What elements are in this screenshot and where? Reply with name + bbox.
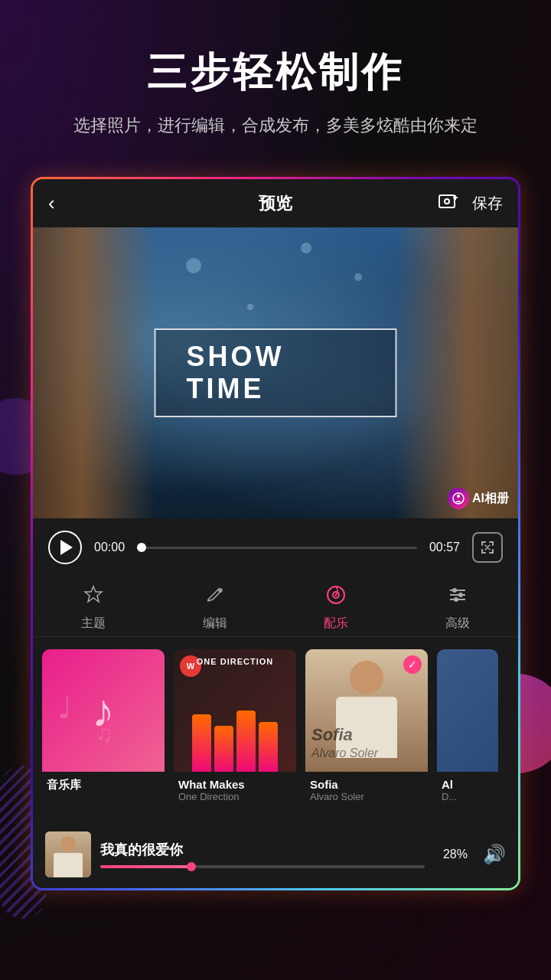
app-preview-card: ‹ 预览 保存 [31, 177, 520, 890]
bottom-progress-dot [187, 862, 196, 871]
player-controls: 00:00 00:57 [33, 518, 518, 577]
music-one-direction-title: What Makes [178, 778, 292, 791]
music-thumbnail-sofia: Sofia Alvaro Soler ✓ [305, 649, 428, 772]
music-sofia-info: Sofia Alvaro Soler [305, 772, 428, 808]
bottom-progress-track[interactable] [100, 865, 425, 868]
one-direction-label: ONE DIRECTION [174, 657, 296, 666]
volume-icon[interactable]: 🔊 [483, 844, 506, 865]
video-preview: SHOW TIME AI相册 [33, 227, 518, 518]
sofia-name-overlay: Sofia [311, 725, 353, 745]
back-button[interactable]: ‹ [48, 191, 55, 215]
svg-point-11 [452, 588, 457, 593]
editor-tabs: 主题 编辑 [33, 577, 518, 637]
music-item-partial[interactable]: Al D... [437, 649, 498, 808]
tab-theme[interactable]: 主题 [33, 584, 155, 632]
bottom-song-info: 我真的很爱你 [100, 841, 425, 868]
play-button[interactable] [48, 531, 82, 564]
bottom-thumb-img [45, 831, 91, 877]
sofia-head [350, 661, 383, 694]
ai-badge-icon [448, 488, 469, 509]
ai-badge-label: AI相册 [472, 491, 509, 507]
rock-right-deco [396, 227, 518, 518]
svg-text:♫: ♫ [96, 720, 113, 746]
tab-music[interactable]: 配乐 [276, 584, 397, 632]
theme-icon [83, 584, 104, 611]
svg-point-15 [454, 597, 458, 602]
progress-bar[interactable] [137, 547, 417, 549]
progress-dot [137, 543, 146, 552]
show-time-text: SHOW TIME [187, 341, 285, 404]
selected-checkmark: ✓ [403, 655, 422, 674]
topbar-right: 保存 [439, 192, 503, 215]
music-library-info: 音乐库 [42, 772, 165, 799]
page-title: 三步轻松制作 [31, 46, 520, 100]
tab-edit-label: 编辑 [203, 616, 227, 632]
bottom-progress-fill [100, 865, 191, 868]
save-button[interactable]: 保存 [472, 193, 503, 214]
music-item-one-direction[interactable]: W ONE DIRECTION What Makes One Direction [174, 649, 296, 808]
music-one-direction-artist: One Direction [178, 791, 292, 802]
music-partial-title: Al [442, 778, 494, 791]
time-start: 00:00 [94, 541, 125, 554]
add-photo-icon[interactable] [439, 192, 460, 215]
sofia-artist-overlay: Alvaro Soler [311, 746, 378, 760]
ai-badge: AI相册 [448, 488, 509, 509]
svg-point-5 [457, 495, 460, 498]
music-thumbnail-partial [437, 649, 498, 772]
time-end: 00:57 [429, 541, 460, 554]
music-item-library[interactable]: ♪ ♩ ♫ 音乐库 [42, 649, 165, 808]
bottom-song-name: 我真的很爱你 [100, 841, 425, 859]
rock-left-deco [33, 227, 155, 518]
advanced-icon [447, 584, 468, 611]
tab-theme-label: 主题 [81, 616, 106, 632]
page-subtitle: 选择照片，进行编辑，合成发布，多美多炫酷由你来定 [31, 112, 520, 139]
tab-advanced-label: 高级 [445, 616, 470, 632]
tab-advanced[interactable]: 高级 [397, 584, 519, 632]
music-sofia-title: Sofia [310, 778, 423, 791]
tab-music-label: 配乐 [324, 616, 348, 632]
play-icon [60, 540, 73, 555]
fullscreen-icon [480, 540, 495, 555]
bottom-thumbnail [45, 831, 91, 877]
svg-text:♩: ♩ [57, 691, 72, 724]
edit-icon [204, 584, 226, 611]
music-sofia-artist: Alvaro Soler [310, 791, 423, 802]
bottom-progress-container [100, 865, 425, 868]
svg-point-13 [458, 593, 463, 597]
tab-edit[interactable]: 编辑 [155, 584, 276, 632]
bottom-percentage: 28% [443, 848, 468, 861]
music-list: ♪ ♩ ♫ 音乐库 W ONE DIRECTION [33, 637, 518, 821]
music-one-direction-info: What Makes One Direction [174, 772, 296, 808]
music-thumbnail-one-direction: W ONE DIRECTION [174, 649, 296, 772]
app-topbar: ‹ 预览 保存 [33, 179, 518, 227]
music-thumbnail-library: ♪ ♩ ♫ [42, 649, 165, 772]
topbar-title: 预览 [259, 192, 292, 215]
music-library-title: 音乐库 [47, 778, 160, 792]
music-item-sofia[interactable]: Sofia Alvaro Soler ✓ Sofia Alvaro Soler [305, 649, 428, 808]
show-time-overlay: SHOW TIME [155, 328, 397, 417]
bottom-bar: 我真的很爱你 28% 🔊 [33, 821, 518, 888]
svg-rect-0 [439, 195, 455, 207]
fullscreen-button[interactable] [472, 532, 503, 563]
band-figures [174, 688, 296, 772]
music-partial-artist: D... [442, 791, 494, 802]
music-icon [325, 584, 347, 611]
music-partial-info: Al D... [437, 772, 498, 808]
svg-point-1 [445, 199, 449, 204]
